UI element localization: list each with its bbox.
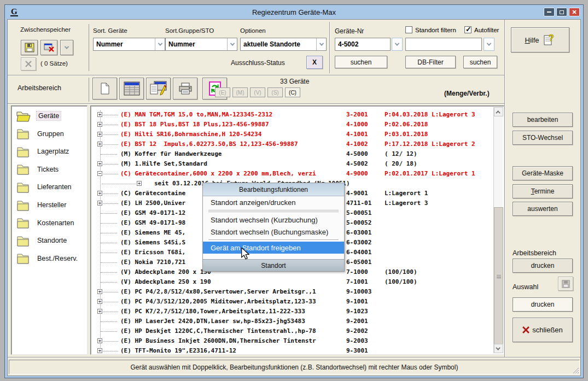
tree-row[interactable]: (V) Abdeckplane 250 x 1907-1001(100/100) (91, 277, 493, 287)
menu-item-standort-wechseln-buchungsmaske[interactable]: Standort wechseln (Buchungsmaske) (203, 226, 344, 238)
type-filter-c[interactable]: (C) (285, 87, 300, 97)
clipboard-clear-button[interactable] (40, 40, 57, 55)
separator (89, 24, 89, 71)
collapse-icon[interactable]: − (97, 171, 102, 176)
expand-icon[interactable]: + (97, 299, 102, 304)
expand-icon[interactable]: + (97, 161, 102, 166)
device-description: (E) HP Business Inkjet 2600DN,DN,Thermis… (120, 337, 316, 344)
exclude-status-button[interactable]: X (306, 56, 323, 69)
type-filter-m[interactable]: (M) (232, 87, 248, 97)
tree-connector (103, 194, 118, 194)
sidebar-item-kostenarten[interactable]: Kostenarten (16, 216, 75, 230)
help-button[interactable]: Hilfe ? (511, 27, 569, 52)
tree-row[interactable]: +(E) PC P4/2,8/512/4x80,Servertower,Serv… (91, 287, 493, 297)
tree-connector (101, 253, 117, 253)
type-filter-e[interactable]: (E) (215, 87, 230, 97)
expand-icon[interactable]: + (97, 201, 102, 206)
clipboard-save-button[interactable] (21, 40, 38, 55)
sort-devices-combo[interactable]: Nummer (93, 38, 165, 51)
device-description: (C) Gerätecontaine (120, 190, 185, 197)
tree-row[interactable]: (E) HP LaserJet 2420,DTN,Laser sw,hp-85x… (91, 316, 493, 326)
filter-dropdown-button[interactable] (484, 38, 494, 51)
device-no-dropdown-button[interactable] (392, 38, 403, 51)
table-view-button[interactable] (119, 78, 144, 99)
sidebar-item-hersteller[interactable]: Hersteller (16, 198, 68, 212)
device-info: P:17.12.2018 L:Lagerort 2 (385, 140, 475, 148)
print-workspace-button[interactable]: drucken (513, 259, 573, 273)
type-filter-v[interactable]: (V) (250, 87, 265, 97)
vertical-scrollbar[interactable] (493, 107, 503, 353)
tree-row[interactable]: +(E) BST 18 Plus,BST 18 Plus,123-456-998… (91, 120, 493, 130)
clipboard-dropdown-button[interactable] (60, 40, 73, 55)
tree-row[interactable]: (M) Koffer für Handwerkzeuge4-5000( 12/ … (91, 149, 493, 159)
expand-icon[interactable]: + (137, 181, 142, 186)
tree-row[interactable]: +(M) 1.Hilfe Set,Standard4-5002( 20/ 18) (91, 159, 493, 169)
expand-icon[interactable]: + (97, 348, 102, 353)
clipboard-remove-button[interactable] (21, 57, 36, 71)
scrollbar-thumb[interactable] (494, 207, 503, 346)
combo-arrow-button[interactable] (155, 38, 165, 50)
close-app-button[interactable]: schließen (513, 318, 573, 342)
sidebar-item-lieferanten[interactable]: Lieferanten (16, 180, 73, 194)
tree-row[interactable]: +(E) PC K7/2,7/512/180,Tower,Arbeitsplat… (91, 307, 493, 316)
standort-filtern-checkbox[interactable]: Standort filtern (405, 26, 456, 33)
tree-row[interactable]: +(E) Hilti SR16,Bohrmaschine,H 120-54234… (91, 130, 493, 139)
scroll-down-button[interactable] (494, 344, 503, 353)
search-button[interactable]: suchen (335, 56, 387, 68)
expand-icon[interactable]: + (97, 309, 102, 314)
chevron-down-icon (319, 41, 323, 45)
tree-row[interactable]: +(E) HP Business Inkjet 2600DN,DN,Thermi… (91, 336, 493, 346)
menu-item-standort-wechseln-kurzbuchung[interactable]: Standort wechseln (Kurzbuchung) (203, 214, 344, 226)
device-no-input[interactable]: 4-5002 (335, 38, 391, 51)
expand-icon[interactable]: + (97, 112, 102, 117)
menu-item-standort-anzeigen-drucken[interactable]: Standort anzeigen/drucken (203, 196, 344, 208)
sto-wechsel-button[interactable]: STO-Wechsel (513, 131, 573, 145)
options-combo[interactable]: aktuelle Standorte (240, 38, 327, 51)
geraete-maske-button[interactable]: Geräte-Maske (513, 166, 573, 180)
edit-form-button[interactable] (146, 78, 171, 99)
combo-arrow-button[interactable] (227, 38, 237, 50)
filter-input[interactable] (405, 38, 482, 51)
expand-icon[interactable]: + (97, 191, 102, 196)
expand-icon[interactable]: + (97, 142, 102, 146)
scroll-up-button[interactable] (494, 107, 503, 116)
type-filter-s[interactable]: (S) (267, 87, 283, 97)
sort-group-combo[interactable]: Nummer (165, 38, 237, 51)
tree-row[interactable]: +(E) MAN TGM,TGM 15,0 to,MAN,MA-123345-2… (91, 110, 493, 120)
tree-row[interactable]: −(C) Gerätecontainer,6000 x 2200 x 2200 … (91, 169, 493, 179)
sidebar-item-gruppen[interactable]: Gruppen (16, 127, 66, 140)
combo-arrow-button[interactable] (316, 38, 326, 50)
tree-row[interactable]: +(E) PC P4/3/512/120,2005 Miditower,Arbe… (91, 297, 493, 307)
print-list-button[interactable] (173, 78, 197, 99)
resize-grip-icon[interactable] (572, 366, 579, 373)
expand-icon[interactable]: + (97, 289, 102, 294)
sidebar-item-ger-te[interactable]: Geräte (16, 109, 61, 122)
menu-item-ger-t-am-standort-freigeben[interactable]: Gerät am Standort freigeben (203, 242, 344, 254)
sidebar-item-standorte[interactable]: Standorte (16, 234, 68, 247)
sidebar-item-best-reserv[interactable]: Best./Reserv. (16, 252, 79, 265)
sidebar-item-lagerplatz[interactable]: Lagerplatz (16, 145, 71, 158)
new-list-button[interactable] (92, 78, 117, 99)
expand-icon[interactable]: + (97, 132, 102, 137)
chevron-down-icon (487, 41, 491, 45)
device-description: (E) Hilti SR16,Bohrmaschine,H 120-54234 (120, 131, 261, 138)
tree-row[interactable]: (E) HP Deskjet 1220C,C,Thermischer Tinte… (91, 326, 493, 336)
print-selection-button[interactable]: drucken (513, 297, 573, 312)
termine-button[interactable]: Termine (513, 184, 573, 198)
device-description: (E) PC K7/2,7/512/180,Tower,Arbeitsplatz… (120, 308, 305, 315)
db-filter-button[interactable]: DB-Filter (405, 56, 456, 68)
tree-row[interactable]: +(E) BST 12 Impuls,6.02273.50,BS 12,123-… (91, 139, 493, 149)
search-button-2[interactable]: suchen (463, 56, 497, 68)
expand-icon[interactable]: + (97, 338, 102, 343)
auswerten-button[interactable]: auswerten (513, 202, 573, 216)
table-icon (124, 81, 140, 96)
tree-row[interactable]: +(E) TFT-Monito 19",E2316,4711-129-3001 (91, 346, 493, 355)
sidebar-item-tickets[interactable]: Tickets (16, 163, 60, 176)
edit-button[interactable]: bearbeiten (513, 113, 573, 127)
expand-icon[interactable]: + (97, 122, 102, 127)
autofilter-checkbox[interactable]: Autofilter (464, 26, 499, 33)
save-selection-button[interactable] (558, 277, 573, 291)
tree-row-text: (E) Siemens ME 45, (120, 229, 185, 238)
device-number: 4-5002 (346, 160, 368, 167)
device-description: (V) Abdeckplane 200 x 150 (120, 268, 211, 276)
